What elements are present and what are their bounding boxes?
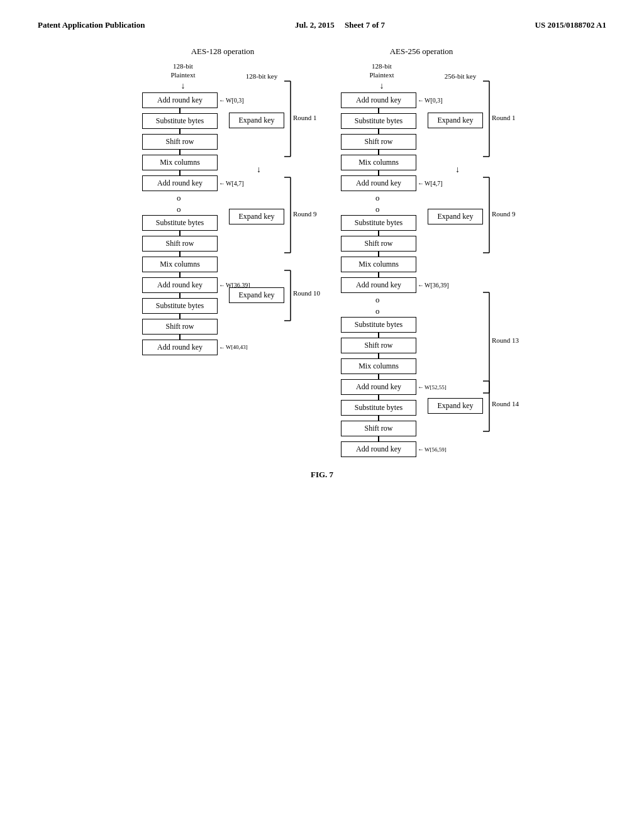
aes256-mix-columns-1: Mix columns (341, 155, 416, 170)
shift-row-1: Shift row (142, 134, 218, 150)
aes256-shift-row-13: Shift row (341, 338, 416, 353)
aes128-round10-label: Round 10 (293, 289, 320, 297)
aes256-round13-label: Round 13 (492, 336, 519, 344)
aes256-substitute-bytes-13: Substitute bytes (341, 317, 416, 333)
aes256-expand-key-9: Expand key (428, 209, 483, 224)
shift-row-10: Shift row (142, 319, 218, 335)
header-center: Jul. 2, 2015 Sheet 7 of 7 (295, 20, 385, 30)
aes256-round14-label: Round 14 (492, 400, 519, 407)
aes256-round1-label: Round 1 (492, 114, 516, 121)
mix-columns-9: Mix columns (142, 257, 218, 272)
aes256-round9-label: Round 9 (492, 210, 516, 218)
expand-key-1: Expand key (229, 113, 284, 128)
aes256-mix-columns-9: Mix columns (341, 257, 416, 272)
aes256-title: AES-256 operation (341, 47, 502, 57)
aes256-diagram: AES-256 operation 128-bit Plaintext ↓ 25… (341, 47, 502, 457)
aes256-expand-key-14: Expand key (428, 398, 483, 414)
aes256-key-label: 256-bit key (445, 72, 476, 80)
substitute-bytes-1: Substitute bytes (142, 113, 218, 129)
aes128-key-label: 128-bit key (246, 72, 277, 80)
aes128-round9-label: Round 9 (293, 210, 317, 218)
aes256-plaintext-label: 128-bit Plaintext (369, 62, 394, 80)
aes256-shift-row-1: Shift row (341, 134, 416, 150)
aes128-round1-label: Round 1 (293, 114, 317, 121)
fig-label: FIG. 7 (0, 470, 644, 480)
aes256-shift-row-14: Shift row (341, 421, 416, 436)
mix-columns-1: Mix columns (142, 155, 218, 170)
aes128-diagram: AES-128 operation 128-bit Plaintext ↓ 12… (142, 47, 303, 457)
header-right: US 2015/0188702 A1 (535, 20, 606, 30)
aes256-substitute-bytes-1: Substitute bytes (341, 113, 416, 129)
header-left: Patent Application Publication (38, 20, 145, 30)
expand-key-10: Expand key (229, 287, 284, 303)
expand-key-9: Expand key (229, 209, 284, 224)
aes256-mix-columns-13: Mix columns (341, 358, 416, 374)
aes128-title: AES-128 operation (142, 47, 303, 57)
aes256-expand-key-1: Expand key (428, 113, 483, 128)
add-round-key-10: Add round key ← W[40,43] (142, 340, 248, 355)
aes256-add-round-key-14: Add round key ← W[56,59] (341, 441, 447, 457)
aes256-substitute-bytes-14: Substitute bytes (341, 400, 416, 416)
page-header: Patent Application Publication Jul. 2, 2… (0, 0, 644, 40)
aes128-plaintext-label: 128-bit Plaintext (170, 62, 195, 80)
shift-row-9: Shift row (142, 236, 218, 252)
substitute-bytes-10: Substitute bytes (142, 298, 218, 314)
aes256-substitute-bytes-9: Substitute bytes (341, 215, 416, 231)
aes256-shift-row-9: Shift row (341, 236, 416, 252)
substitute-bytes-9: Substitute bytes (142, 215, 218, 231)
